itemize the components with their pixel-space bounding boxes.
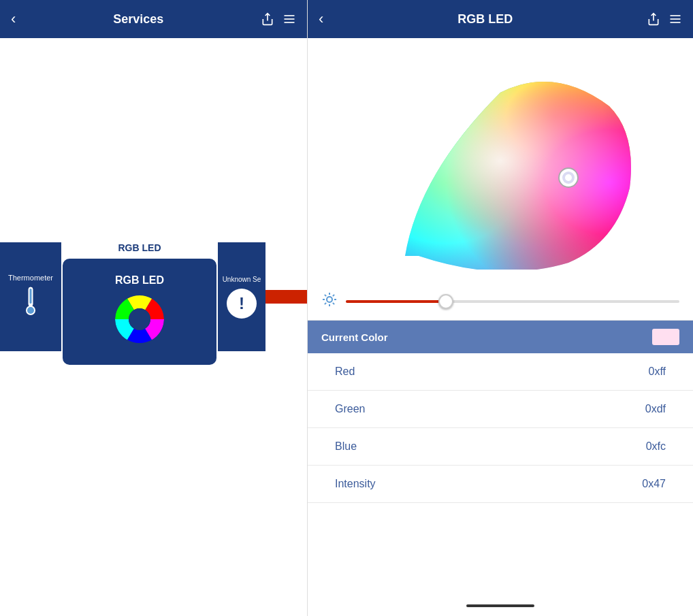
green-label: Green <box>335 403 365 415</box>
brightness-icon <box>321 291 338 312</box>
thermometer-label: Thermometer <box>8 274 53 282</box>
navigation-arrow <box>265 276 307 317</box>
red-value: 0xff <box>649 366 666 378</box>
svg-line-24 <box>325 295 326 296</box>
rgb-led-card-wrapper: RGB LED RGB LED <box>61 242 218 366</box>
menu-icon <box>668 12 682 26</box>
bottom-bar <box>308 596 693 616</box>
blue-label: Blue <box>335 440 357 453</box>
unknown-service-label: Unknown Se <box>223 276 261 283</box>
svg-point-9 <box>129 308 150 330</box>
red-arrow <box>265 276 307 317</box>
svg-point-18 <box>565 174 572 181</box>
menu-icon <box>283 12 296 26</box>
blue-value: 0xfc <box>646 440 666 453</box>
rgb-led-card[interactable]: RGB LED <box>61 257 218 366</box>
brightness-slider-fill <box>346 300 446 303</box>
color-values-table: Red 0xff Green 0xdf Blue 0xfc Intensity … <box>308 353 693 596</box>
rgb-led-top-label: RGB LED <box>118 242 161 253</box>
right-back-button[interactable]: ‹ <box>319 10 323 28</box>
left-header-title: Services <box>24 12 253 27</box>
current-color-header: Current Color <box>308 321 693 353</box>
left-menu-button[interactable] <box>283 12 296 26</box>
svg-line-27 <box>333 295 334 296</box>
blue-row: Blue 0xfc <box>308 428 693 466</box>
color-picker-area[interactable] <box>308 38 693 283</box>
intensity-label: Intensity <box>335 478 376 490</box>
right-header: ‹ RGB LED <box>308 0 693 38</box>
thermometer-card[interactable]: Thermometer <box>0 242 61 351</box>
red-row: Red 0xff <box>308 353 693 391</box>
share-icon <box>647 12 660 26</box>
brightness-slider-track[interactable] <box>346 300 679 303</box>
left-header: ‹ Services <box>0 0 307 38</box>
unknown-service-card[interactable]: Unknown Se ! <box>218 242 265 351</box>
brightness-slider-thumb[interactable] <box>438 294 453 309</box>
right-panel: ‹ RGB LED <box>308 0 693 616</box>
intensity-value: 0x47 <box>642 478 666 490</box>
green-row: Green 0xdf <box>308 391 693 428</box>
cards-row: Thermometer RGB LED RGB LED <box>0 242 307 366</box>
left-panel: ‹ Services Thermometer <box>0 0 308 616</box>
right-menu-button[interactable] <box>668 12 682 26</box>
cie-diagram[interactable] <box>364 52 636 270</box>
left-share-button[interactable] <box>261 12 274 26</box>
svg-line-25 <box>333 303 334 304</box>
svg-point-6 <box>27 307 34 314</box>
red-label: Red <box>335 366 355 378</box>
svg-rect-16 <box>364 52 636 270</box>
svg-line-26 <box>325 303 326 304</box>
home-indicator <box>466 604 534 607</box>
cie-chromaticity-diagram[interactable] <box>364 52 636 270</box>
svg-point-19 <box>327 297 332 302</box>
right-share-button[interactable] <box>647 12 660 26</box>
exclamation-icon: ! <box>227 289 257 319</box>
svg-rect-5 <box>30 289 32 304</box>
thermometer-icon <box>22 286 39 321</box>
green-value: 0xdf <box>645 403 666 415</box>
intensity-row: Intensity 0x47 <box>308 466 693 503</box>
right-header-title: RGB LED <box>332 12 639 27</box>
brightness-area <box>308 283 693 321</box>
services-content: Thermometer RGB LED RGB LED <box>0 38 307 616</box>
current-color-label: Current Color <box>321 331 388 343</box>
arrow-body <box>265 290 307 304</box>
rgb-led-card-title: RGB LED <box>115 274 164 287</box>
left-back-button[interactable]: ‹ <box>11 10 16 28</box>
share-icon <box>261 12 274 26</box>
current-color-swatch <box>652 329 679 345</box>
small-color-wheel <box>112 292 167 349</box>
